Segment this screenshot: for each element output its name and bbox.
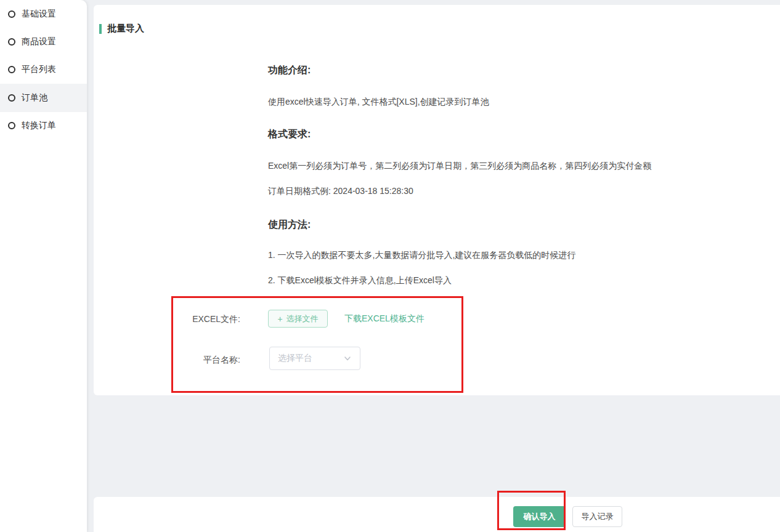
usage-heading: 使用方法: <box>268 219 311 232</box>
format-text: Excel第一列必须为订单号，第二列必须为订单日期，第三列必须为商品名称，第四列… <box>268 161 651 172</box>
sidebar-item-basic-settings[interactable]: 基础设置 <box>0 0 87 28</box>
circle-icon <box>8 10 15 18</box>
plus-icon: + <box>277 315 282 323</box>
sidebar-item-platform-list[interactable]: 平台列表 <box>0 56 87 84</box>
choose-file-button[interactable]: + 选择文件 <box>268 310 328 328</box>
platform-name-label: 平台名称: <box>186 355 240 366</box>
circle-icon <box>8 66 15 73</box>
confirm-import-button[interactable]: 确认导入 <box>513 506 566 527</box>
batch-import-panel: 批量导入 功能介绍: 使用excel快速导入订单, 文件格式[XLS],创建记录… <box>94 5 780 395</box>
sidebar-item-convert-order[interactable]: 转换订单 <box>0 112 87 140</box>
choose-file-label: 选择文件 <box>286 313 319 324</box>
circle-icon <box>8 38 15 46</box>
circle-icon <box>8 122 15 129</box>
usage-step-1: 1. 一次导入的数据不要太多,大量数据请分批导入,建议在服务器负载低的时候进行 <box>268 250 575 261</box>
header-accent-bar <box>99 24 102 34</box>
format-example: 订单日期格式例: 2024-03-18 15:28:30 <box>268 186 413 197</box>
sidebar-item-label: 平台列表 <box>22 64 56 75</box>
sidebar-item-label: 转换订单 <box>22 120 56 131</box>
footer-bar: 确认导入 导入记录 <box>94 497 780 532</box>
download-template-link[interactable]: 下载EXCEL模板文件 <box>344 313 425 324</box>
sidebar-item-label: 基础设置 <box>22 9 56 20</box>
chevron-down-icon <box>343 354 352 363</box>
sidebar-item-label: 订单池 <box>22 92 47 103</box>
excel-file-label: EXCEL文件: <box>186 314 240 325</box>
platform-select[interactable]: 选择平台 <box>269 347 360 370</box>
sidebar: 基础设置 商品设置 平台列表 订单池 转换订单 <box>0 0 87 532</box>
sidebar-item-label: 商品设置 <box>22 36 56 47</box>
import-records-button[interactable]: 导入记录 <box>572 506 622 527</box>
panel-header: 批量导入 <box>99 23 144 34</box>
format-heading: 格式要求: <box>268 128 311 141</box>
intro-heading: 功能介绍: <box>268 64 311 77</box>
circle-icon <box>8 94 15 102</box>
intro-text: 使用excel快速导入订单, 文件格式[XLS],创建记录到订单池 <box>268 97 489 108</box>
page-title: 批量导入 <box>107 23 144 34</box>
sidebar-item-product-settings[interactable]: 商品设置 <box>0 28 87 55</box>
usage-step-2: 2. 下载Excel模板文件并录入信息,上传Excel导入 <box>268 275 452 286</box>
platform-select-placeholder: 选择平台 <box>278 353 312 364</box>
sidebar-item-order-pool[interactable]: 订单池 <box>0 84 87 111</box>
